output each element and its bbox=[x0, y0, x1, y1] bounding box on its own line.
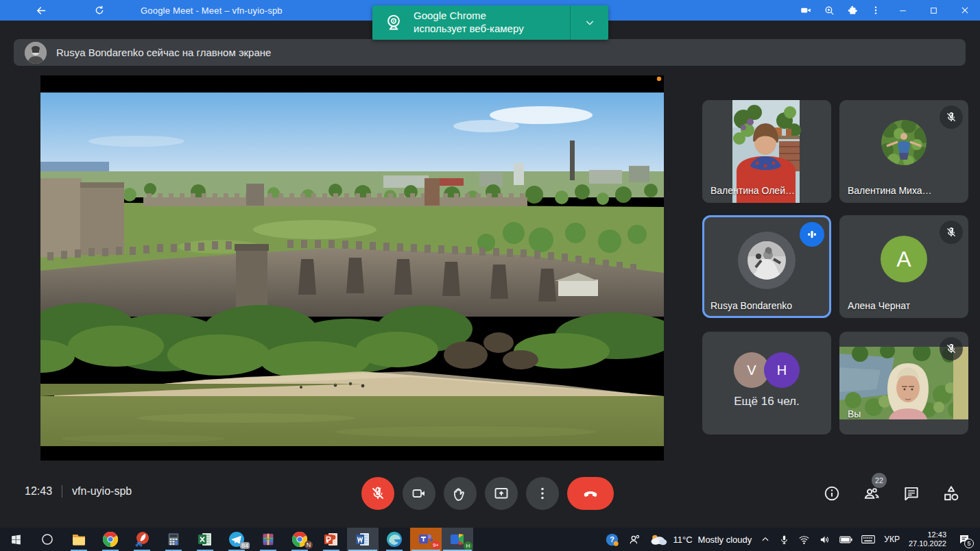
minimize-button[interactable] bbox=[887, 0, 918, 21]
meeting-details-button[interactable] bbox=[822, 484, 841, 503]
chevron-down-icon bbox=[584, 17, 595, 28]
participant-count-badge: 22 bbox=[872, 473, 887, 488]
taskbar-google-meet[interactable]: H bbox=[442, 528, 473, 551]
more-options-button[interactable] bbox=[526, 477, 559, 510]
end-call-button[interactable] bbox=[567, 477, 614, 510]
tray-clock[interactable]: 12:43 27.10.2022 bbox=[909, 530, 946, 548]
get-help-icon[interactable]: ? bbox=[605, 532, 619, 547]
presenter-avatar-image bbox=[25, 42, 47, 64]
meeting-panels: 22 bbox=[822, 484, 961, 503]
windows-taskbar: 84 N bbox=[0, 528, 980, 551]
taskbar-edge[interactable] bbox=[379, 528, 410, 551]
taskbar-calculator[interactable] bbox=[158, 528, 189, 551]
raise-hand-button[interactable] bbox=[444, 477, 477, 510]
taskbar-winrar[interactable] bbox=[252, 528, 284, 551]
battery-icon bbox=[839, 535, 852, 544]
present-screen-button[interactable] bbox=[485, 477, 518, 510]
taskbar-word[interactable] bbox=[347, 528, 379, 551]
muted-mic-badge bbox=[940, 337, 963, 360]
back-arrow-icon bbox=[36, 5, 47, 16]
tray-volume-icon[interactable] bbox=[819, 534, 830, 546]
keyboard-icon bbox=[861, 535, 875, 544]
participant-tile-alena-chernat[interactable]: A Алена Чернат bbox=[839, 215, 968, 318]
wifi-icon bbox=[798, 534, 810, 546]
chevron-up-icon bbox=[761, 535, 770, 544]
tray-touch-keyboard-icon[interactable] bbox=[861, 535, 875, 544]
close-button[interactable] bbox=[949, 0, 980, 21]
webcam-usage-toast[interactable]: Google Chrome использует веб-камеру bbox=[372, 5, 608, 40]
letter-avatar: A bbox=[881, 236, 927, 282]
taskbar-telegram[interactable]: 84 bbox=[221, 528, 252, 551]
system-tray: ? 11°C Mostly cloudy bbox=[605, 528, 980, 551]
mic-toggle-button[interactable] bbox=[361, 477, 394, 510]
toast-expand-button[interactable] bbox=[570, 5, 608, 40]
speaking-indicator-badge bbox=[800, 222, 824, 247]
people-outline-icon bbox=[628, 533, 641, 546]
participant-tile-rusya-bondarenko[interactable]: Rusya Bondarenko bbox=[702, 215, 831, 318]
activities-shapes-icon bbox=[942, 484, 961, 503]
tray-date: 27.10.2022 bbox=[909, 539, 946, 548]
weather-temp: 11°C bbox=[673, 535, 692, 545]
start-button[interactable] bbox=[0, 528, 32, 551]
cloudy-weather-icon bbox=[650, 533, 667, 546]
meeting-info: 12:43 vfn-uyio-spb bbox=[25, 485, 132, 498]
participant-tile-valentina-mikha[interactable]: Валентина Миха… bbox=[839, 100, 968, 203]
participants-panel-button[interactable]: 22 bbox=[862, 484, 881, 503]
taskbar-teams[interactable]: 9+ bbox=[410, 528, 442, 551]
self-view-tile[interactable]: Вы bbox=[839, 332, 968, 434]
audio-equalizer-icon bbox=[804, 227, 820, 242]
chat-panel-button[interactable] bbox=[902, 484, 921, 503]
calculator-icon bbox=[166, 532, 181, 547]
people-taskbar-icon[interactable] bbox=[628, 533, 641, 546]
toast-text: Google Chrome использует веб-камеру bbox=[414, 10, 570, 36]
notification-count-badge: 5 bbox=[964, 539, 974, 548]
recording-indicator-dot bbox=[657, 77, 661, 81]
file-explorer-icon bbox=[71, 531, 87, 548]
weather-condition: Mostly cloudy bbox=[698, 535, 752, 545]
puzzle-icon bbox=[847, 5, 859, 16]
more-participants-tile[interactable]: V H Ещё 16 чел. bbox=[702, 332, 831, 434]
mic-off-icon bbox=[945, 111, 957, 123]
telegram-unread-badge: 84 bbox=[240, 542, 250, 549]
magnifier-plus-icon bbox=[824, 5, 835, 16]
raise-hand-icon bbox=[451, 485, 469, 502]
minimize-icon bbox=[898, 6, 907, 15]
taskbar-photo-editor-app[interactable] bbox=[126, 528, 158, 551]
taskbar-file-explorer[interactable] bbox=[63, 528, 95, 551]
avatar-letter: V bbox=[747, 363, 756, 378]
cortana-button[interactable] bbox=[32, 528, 63, 551]
microphone-icon bbox=[779, 535, 789, 545]
meeting-clock: 12:43 bbox=[25, 485, 52, 498]
maximize-button[interactable] bbox=[918, 0, 949, 21]
taskbar-chrome[interactable] bbox=[95, 528, 126, 551]
avatar-letter: H bbox=[777, 363, 787, 378]
zoom-page-button[interactable] bbox=[817, 0, 841, 21]
reload-button[interactable] bbox=[89, 0, 110, 21]
divider bbox=[62, 485, 62, 498]
camera-in-use-icon[interactable] bbox=[794, 0, 817, 21]
mic-off-icon bbox=[945, 343, 957, 355]
toast-app-name: Google Chrome bbox=[414, 10, 570, 23]
camera-toggle-button[interactable] bbox=[403, 477, 435, 510]
participant-name: Алена Чернат bbox=[848, 300, 910, 311]
presentation-stage[interactable] bbox=[40, 75, 664, 461]
activities-panel-button[interactable] bbox=[942, 484, 961, 503]
tray-chevron-up[interactable] bbox=[761, 535, 770, 544]
extensions-button[interactable] bbox=[841, 0, 864, 21]
action-center-button[interactable]: 5 bbox=[958, 533, 970, 546]
overflow-avatars: V H bbox=[734, 352, 800, 388]
taskbar-chrome-profile-n[interactable]: N bbox=[284, 528, 315, 551]
tray-battery-icon[interactable] bbox=[839, 535, 852, 544]
chrome-menu-button[interactable] bbox=[864, 0, 887, 21]
tray-microphone-icon[interactable] bbox=[779, 535, 789, 545]
weather-widget[interactable]: 11°C Mostly cloudy bbox=[650, 533, 752, 546]
back-button[interactable] bbox=[31, 0, 51, 21]
word-icon bbox=[355, 531, 371, 548]
self-view-label: Вы bbox=[848, 408, 861, 419]
participant-tile-valentina-oley[interactable]: Валентина Олей… bbox=[702, 100, 831, 203]
google-meet-window: Google Meet - Meet – vfn-uyio-spb bbox=[0, 0, 980, 551]
language-indicator[interactable]: УКР bbox=[884, 535, 900, 544]
taskbar-excel[interactable] bbox=[189, 528, 221, 551]
taskbar-powerpoint[interactable] bbox=[315, 528, 347, 551]
tray-network-icon[interactable] bbox=[798, 534, 810, 546]
